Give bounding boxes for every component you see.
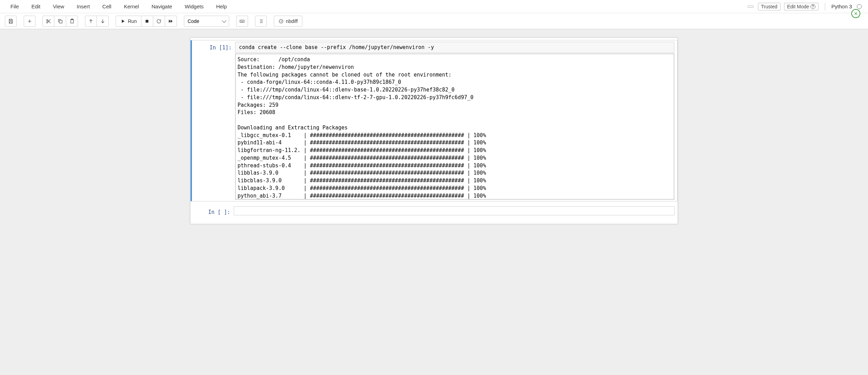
save-icon — [8, 18, 14, 24]
menu-kernel[interactable]: Kernel — [118, 1, 145, 12]
copy-cell-button[interactable] — [54, 16, 66, 27]
help-icon: ? — [811, 4, 815, 9]
restart-kernel-button[interactable] — [153, 16, 165, 27]
play-icon — [120, 18, 126, 24]
status-area: Trusted Edit Mode ? Python 3 — [747, 3, 865, 10]
input-prompt: In [ ]: — [192, 206, 234, 215]
celltype-select-wrap[interactable]: Code — [184, 16, 229, 27]
insert-cell-below-button[interactable] — [24, 16, 36, 27]
trusted-indicator[interactable]: Trusted — [758, 3, 781, 10]
celltype-select[interactable]: Code — [184, 16, 229, 27]
nbdiff-label: nbdiff — [286, 18, 298, 24]
menu-help[interactable]: Help — [210, 1, 233, 12]
kernel-status-icon[interactable] — [857, 4, 862, 9]
separator — [825, 3, 825, 10]
restart-icon — [156, 18, 162, 24]
menubar: File Edit View Insert Cell Kernel Naviga… — [0, 0, 868, 13]
code-cell[interactable]: In [1]: conda create --clone base --pref… — [191, 40, 677, 201]
edit-mode-indicator[interactable]: Edit Mode ? — [784, 3, 819, 10]
code-cell[interactable]: In [ ]: — [191, 205, 677, 217]
keyboard-icon — [239, 18, 245, 24]
svg-rect-6 — [240, 20, 244, 22]
restart-run-all-button[interactable] — [165, 16, 177, 27]
paste-icon — [69, 18, 75, 24]
svg-rect-2 — [59, 20, 62, 23]
close-icon — [853, 11, 858, 16]
menu-navigate[interactable]: Navigate — [145, 1, 178, 12]
run-cell-button[interactable]: Run — [116, 16, 141, 27]
nbdiff-button[interactable]: nbdiff — [274, 16, 302, 27]
move-cell-down-button[interactable] — [97, 16, 109, 27]
cut-cell-button[interactable] — [42, 16, 54, 27]
menu-list: File Edit View Insert Cell Kernel Naviga… — [3, 1, 233, 12]
fast-forward-icon — [168, 18, 173, 24]
menu-widgets[interactable]: Widgets — [178, 1, 210, 12]
arrow-up-icon — [88, 18, 94, 24]
move-cell-up-button[interactable] — [85, 16, 97, 27]
code-output[interactable]: Source: /opt/conda Destination: /home/ju… — [235, 54, 674, 200]
toc-button[interactable] — [255, 16, 267, 27]
page-background: In [1]: conda create --clone base --pref… — [0, 29, 868, 375]
paste-cell-button[interactable] — [66, 16, 78, 27]
code-input[interactable] — [234, 206, 675, 215]
clock-icon — [278, 18, 284, 24]
arrow-down-icon — [100, 18, 106, 24]
menu-file[interactable]: File — [3, 1, 25, 12]
run-label: Run — [128, 18, 137, 24]
interrupt-kernel-button[interactable] — [141, 16, 153, 27]
copy-icon — [57, 18, 63, 24]
command-palette-button[interactable] — [236, 16, 248, 27]
kernel-name[interactable]: Python 3 — [831, 3, 852, 9]
menu-view[interactable]: View — [47, 1, 70, 12]
notebook-container: In [1]: conda create --clone base --pref… — [190, 38, 678, 224]
menu-edit[interactable]: Edit — [25, 1, 47, 12]
close-button[interactable] — [851, 9, 860, 18]
input-prompt: In [1]: — [193, 42, 235, 53]
code-input[interactable]: conda create --clone base --prefix /home… — [235, 42, 674, 53]
scissors-icon — [46, 18, 51, 24]
edit-mode-label: Edit Mode — [787, 4, 809, 9]
stop-icon — [144, 18, 150, 24]
menu-insert[interactable]: Insert — [70, 1, 96, 12]
menu-cell[interactable]: Cell — [96, 1, 118, 12]
svg-rect-5 — [146, 20, 148, 23]
save-button[interactable] — [5, 16, 17, 27]
toolbar: Run Code nbdiff — [0, 13, 868, 29]
output-prompt — [193, 54, 235, 200]
notification-handle-icon — [747, 6, 754, 8]
plus-icon — [27, 18, 32, 24]
list-icon — [258, 18, 264, 24]
